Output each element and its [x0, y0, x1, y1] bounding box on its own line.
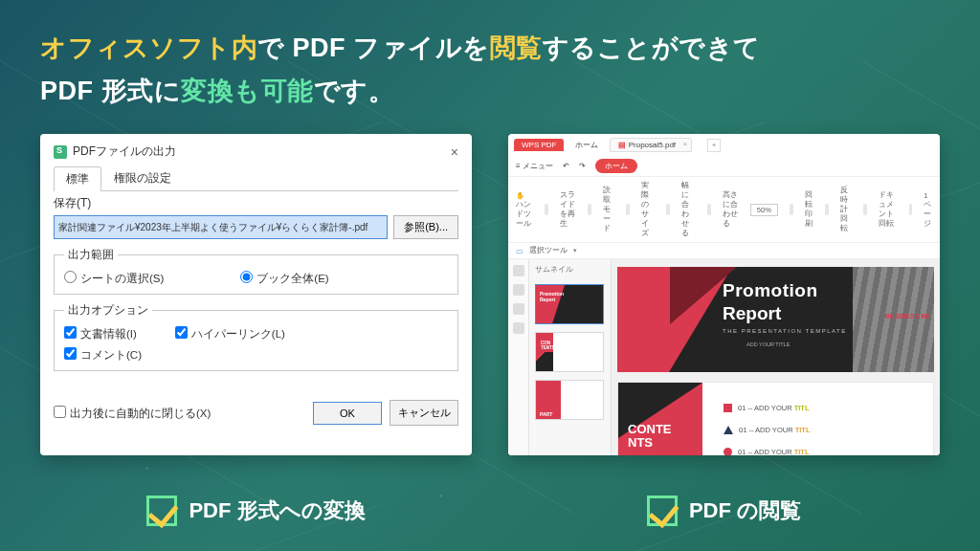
- slide-1-subtitle-2: ADD YOUR TITLE: [746, 342, 790, 347]
- triangle-icon: [724, 426, 733, 434]
- select-tool-label: 選択ツール: [529, 246, 568, 255]
- tab-permissions[interactable]: 権限の設定: [101, 165, 184, 190]
- app-tab-wps-pdf[interactable]: WPS PDF: [514, 139, 564, 151]
- tab-home[interactable]: ホーム: [568, 138, 606, 152]
- headline-seg4: することができて: [543, 33, 761, 62]
- rail-attachments-icon[interactable]: [513, 303, 524, 315]
- circle-icon: [724, 448, 732, 455]
- thumbnail-1[interactable]: Promotion Report: [535, 284, 604, 324]
- viewer-menu-row: ≡ メニュー ↶ ↷ ホーム: [508, 156, 940, 177]
- select-tool-icon[interactable]: ▭: [516, 247, 523, 255]
- tool-slideshow-icon[interactable]: [545, 204, 548, 215]
- headline-seg6: 変換も可能: [181, 77, 314, 105]
- close-tab-icon[interactable]: ×: [682, 140, 687, 148]
- tool-readmode-icon[interactable]: [588, 204, 591, 215]
- options-legend: 出力オプション: [64, 302, 152, 319]
- radio-book-all[interactable]: ブック全体(E): [240, 271, 328, 286]
- slide-1: Promotion Report THE PRESENTATION TEMPLA…: [617, 267, 934, 372]
- range-legend: 出力範囲: [64, 247, 118, 263]
- wps-logo-icon: [54, 145, 67, 159]
- tool-rotate-icon[interactable]: [790, 204, 793, 215]
- square-icon: [724, 404, 732, 412]
- slide-2: CONTE NTS 01 -- ADD YOUR TITL 01 -- ADD …: [617, 382, 934, 455]
- tab-standard[interactable]: 標準: [54, 166, 101, 191]
- tool-docrotate-icon[interactable]: [863, 204, 867, 215]
- check-icon: [647, 496, 678, 526]
- zoom-select[interactable]: 50%: [750, 204, 778, 216]
- viewer-toolbar: ✋ ハンドツール スライドを再生 読取モード 実際のサイズ 幅に合わせる 高さに…: [508, 177, 940, 243]
- rail-bookmarks-icon[interactable]: [513, 284, 524, 296]
- menu-button[interactable]: ≡ メニュー: [516, 161, 553, 171]
- thumbnail-3[interactable]: PART: [535, 380, 604, 420]
- headline-seg5: PDF 形式に: [40, 77, 181, 105]
- caption-right-text: PDF の閲覧: [689, 496, 801, 525]
- ok-button[interactable]: OK: [313, 402, 382, 425]
- ribbon-home-tab[interactable]: ホーム: [595, 159, 637, 173]
- dialog-title: PDFファイルの出力: [73, 143, 176, 160]
- tool-fitheight-icon[interactable]: [707, 204, 711, 215]
- tool-fitwidth-icon[interactable]: [666, 204, 670, 215]
- thumbnail-label: サムネイル: [535, 265, 605, 275]
- viewer-strip: ▭ 選択ツール ▾: [508, 243, 940, 259]
- cancel-button[interactable]: キャンセル: [390, 400, 458, 426]
- viewer-tabbar: WPS PDF ホーム ▤ Proposal5.pdf × +: [508, 134, 940, 156]
- output-options-fieldset: 出力オプション 文書情報(I) ハイパーリンク(L) コメント(C): [54, 302, 458, 371]
- undo-icon[interactable]: ↶: [563, 162, 569, 170]
- rail-more-icon[interactable]: [513, 322, 524, 334]
- thumbnail-2[interactable]: CON TENTS: [535, 332, 604, 372]
- save-label: 保存(T): [54, 195, 458, 211]
- headline-seg3: 閲覧: [490, 33, 543, 62]
- legend-item-2: 01 -- ADD YOUR TITL: [724, 426, 810, 434]
- checkbox-auto-close[interactable]: 出力後に自動的に閉じる(X): [54, 406, 211, 421]
- save-path-input[interactable]: [54, 215, 388, 239]
- thumbnail-panel: サムネイル Promotion Report CON TENTS PART: [529, 259, 612, 455]
- slide-2-contents-title: CONTE NTS: [628, 423, 672, 449]
- viewer-side-rail: [508, 259, 529, 455]
- tab-file[interactable]: ▤ Proposal5.pdf ×: [610, 138, 692, 152]
- legend-item-1: 01 -- ADD YOUR TITL: [724, 404, 810, 412]
- headline-seg1: オフィスソフト内: [40, 33, 257, 62]
- caption-right: PDF の閲覧: [508, 496, 940, 526]
- slide-1-photo: [853, 267, 934, 372]
- check-icon: [146, 496, 177, 526]
- pdf-file-icon: ▤: [618, 141, 626, 149]
- redo-icon[interactable]: ↷: [579, 162, 586, 170]
- slide-1-title-2: Report: [723, 303, 781, 324]
- legend-item-3: 01 -- ADD YOUR TITL: [724, 448, 810, 455]
- caption-left-text: PDF 形式への変換: [189, 496, 365, 525]
- viewer-main[interactable]: Promotion Report THE PRESENTATION TEMPLA…: [612, 259, 940, 455]
- caption-left: PDF 形式への変換: [40, 496, 472, 526]
- close-icon[interactable]: ×: [451, 144, 458, 160]
- slide-1-title-1: Promotion: [723, 280, 818, 301]
- slide-2-legend: 01 -- ADD YOUR TITL 01 -- ADD YOUR TITL …: [724, 404, 810, 455]
- browse-button[interactable]: 参照(B)...: [393, 215, 458, 239]
- checkbox-hyperlink[interactable]: ハイパーリンク(L): [175, 326, 285, 342]
- new-tab-button[interactable]: +: [707, 139, 721, 152]
- tool-hand[interactable]: ✋ ハンドツール: [516, 191, 533, 229]
- output-range-fieldset: 出力範囲 シートの選択(S) ブック全体(E): [54, 247, 458, 295]
- rail-thumbnails-icon[interactable]: [513, 265, 524, 276]
- slide-1-business-label: BUSINESS RE: [885, 313, 930, 320]
- pdf-export-dialog-panel: PDFファイルの出力 × 標準 権限の設定 保存(T) 参照(B)... 出力範…: [40, 134, 472, 455]
- chevron-down-icon[interactable]: ▾: [573, 247, 577, 254]
- radio-sheet-select[interactable]: シートの選択(S): [64, 271, 164, 286]
- headline-seg2: で PDF ファイルを: [257, 33, 490, 62]
- pdf-viewer-panel: WPS PDF ホーム ▤ Proposal5.pdf × + ≡ メニュー ↶…: [508, 134, 940, 455]
- tool-page-icon[interactable]: [909, 204, 913, 215]
- headline: オフィスソフト内で PDF ファイルを閲覧することができて PDF 形式に変換も…: [40, 27, 940, 112]
- tool-pagesize-icon[interactable]: [626, 204, 630, 215]
- tool-rotate2-icon[interactable]: [825, 204, 829, 215]
- headline-seg7: です。: [314, 77, 395, 105]
- slide-1-subtitle: THE PRESENTATION TEMPLATE: [723, 328, 847, 334]
- checkbox-comment[interactable]: コメント(C): [64, 349, 142, 361]
- dialog-tabs: 標準 権限の設定: [54, 165, 458, 191]
- checkbox-docinfo[interactable]: 文書情報(I): [64, 326, 137, 342]
